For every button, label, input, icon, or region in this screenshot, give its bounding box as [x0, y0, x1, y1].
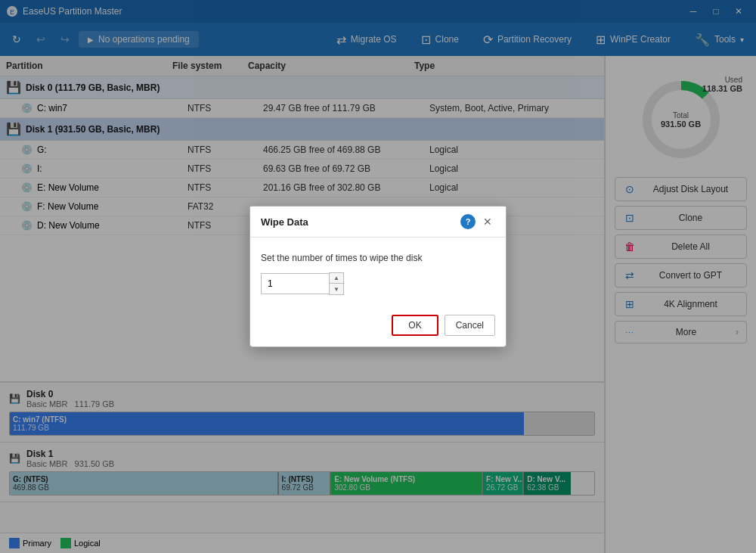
modal-help-button[interactable]: ?: [460, 214, 476, 229]
spinner-down-button[interactable]: ▼: [330, 284, 343, 294]
modal-title: Wipe Data: [261, 216, 308, 228]
modal-overlay[interactable]: Wipe Data ? ✕ Set the number of times to…: [0, 0, 756, 553]
modal-cancel-button[interactable]: Cancel: [445, 315, 495, 336]
spinner-control: ▲ ▼: [329, 272, 344, 295]
modal-footer: OK Cancel: [250, 306, 506, 346]
modal-body: Set the number of times to wipe the disk…: [250, 238, 506, 306]
modal-description: Set the number of times to wipe the disk: [261, 253, 495, 263]
modal-header: Wipe Data ? ✕: [250, 207, 506, 238]
modal-ok-button[interactable]: OK: [392, 315, 438, 336]
wipe-data-modal: Wipe Data ? ✕ Set the number of times to…: [249, 206, 507, 347]
wipe-times-input[interactable]: [261, 273, 329, 294]
modal-close-button[interactable]: ✕: [480, 214, 495, 229]
spinner-up-button[interactable]: ▲: [330, 273, 343, 284]
